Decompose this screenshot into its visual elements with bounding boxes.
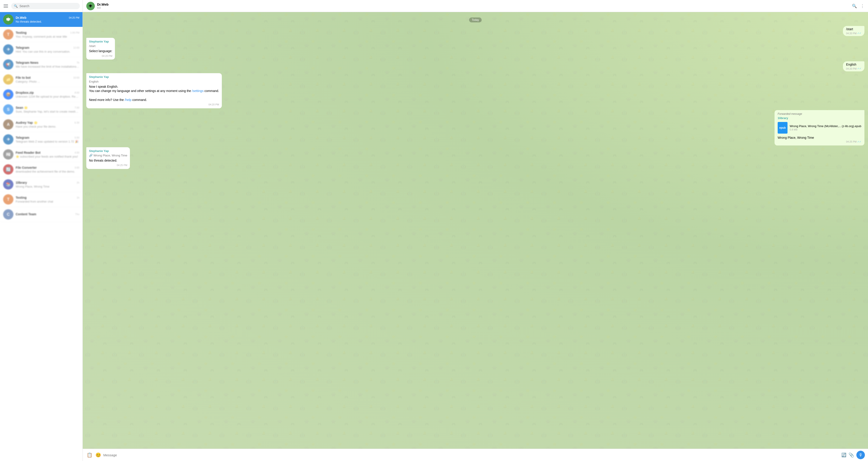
date-divider: Today xyxy=(86,18,864,22)
chat-list-item[interactable]: ✈Telegram12:00Hint: You can use this in … xyxy=(0,42,83,57)
forwarded-from: 1library xyxy=(778,116,861,120)
chat-list-item[interactable]: ✈Telegram5:00Telegram Web Z was updated … xyxy=(0,132,83,147)
avatar: 📚 xyxy=(3,179,13,190)
chat-info: Dropbox.zip8:00Unknown 1234 file upload … xyxy=(16,91,80,98)
sticker-button[interactable]: 📋 xyxy=(86,451,93,459)
avatar: 📢 xyxy=(3,59,13,69)
chat-preview: ⭐ subscribed your feeds are notified tha… xyxy=(16,155,80,158)
message-row: Stephanie Yap /start Select language: 04… xyxy=(86,38,864,60)
chat-preview: Have you check your file demo. xyxy=(16,125,80,128)
voice-message-button[interactable]: 🎙 xyxy=(856,451,865,459)
chat-preview: You: Anyway, comment puts at near title xyxy=(16,35,80,38)
chat-name: Testing xyxy=(16,31,27,34)
bubble-time: 04:20 PM xyxy=(89,103,219,106)
command-ref: 🔗 Wrong Place, Wrong Time xyxy=(89,153,127,157)
avatar: 🔄 xyxy=(3,164,13,175)
chat-name: Telegram News xyxy=(16,61,38,64)
date-badge: Today xyxy=(469,18,482,22)
chat-preview: No threats detected. xyxy=(16,20,80,23)
avatar: C xyxy=(3,209,13,220)
message-row: /start 04:20 PM ✓✓ xyxy=(86,26,864,36)
command-text: Wrong Place, Wrong Time xyxy=(93,153,127,157)
avatar: 📰 xyxy=(3,149,13,160)
chat-header-actions: 🔍 ⋮ xyxy=(852,4,864,8)
chat-list-item[interactable]: 🕷Dr.Web04:25 PMNo threats detected. xyxy=(0,12,83,27)
bubble-time: 04:20 PM xyxy=(89,54,112,58)
hamburger-icon xyxy=(4,4,8,8)
chat-list-item[interactable]: SSean 🌟7:00Sure, Stephanie Yap, let's st… xyxy=(0,102,83,117)
file-attachment: epub Wrong Place, Wrong Time (McAllister… xyxy=(778,121,861,135)
refresh-button[interactable]: 🔄 xyxy=(841,453,846,457)
command-ref: /start xyxy=(89,44,112,48)
bubble-text: Select language: xyxy=(89,49,112,54)
message-input[interactable] xyxy=(103,453,839,457)
chat-info: Dr.Web04:25 PMNo threats detected. xyxy=(16,16,80,23)
avatar: A xyxy=(3,119,13,129)
chat-time: 1:09 PM xyxy=(70,31,80,34)
chat-name: Content Team xyxy=(16,212,36,216)
messages-area: Today /start 04:20 PM ✓✓ Stephanie Yap /… xyxy=(83,12,868,449)
help-link[interactable]: /help xyxy=(125,98,131,102)
chat-list-item[interactable]: 📚1library2hWrong Place, Wrong Time xyxy=(0,177,83,192)
avatar: ✈ xyxy=(3,134,13,145)
chat-time: Thu xyxy=(75,213,80,215)
search-bar: 🔍 xyxy=(11,3,80,9)
chat-time: 7h xyxy=(77,61,80,64)
bubble-sender: Stephanie Yap xyxy=(89,149,127,153)
chat-info: Sean 🌟7:00Sure, Stephanie Yap, let's sta… xyxy=(16,106,80,113)
chat-list-item[interactable]: 📢Telegram News7hWe have increased the li… xyxy=(0,57,83,72)
chat-list-item[interactable]: 📰Feed Reader Bot4:00⭐ subscribed your fe… xyxy=(0,147,83,162)
search-icon: 🔍 xyxy=(14,4,18,8)
chat-list-item[interactable]: 📦Dropbox.zip8:00Unknown 1234 file upload… xyxy=(0,87,83,102)
chat-header-info: Dr.Web bot xyxy=(97,2,850,9)
chat-info: 1library2hWrong Place, Wrong Time xyxy=(16,181,80,188)
bot-avatar: 🕷 xyxy=(86,2,95,10)
chat-preview: Sure, Stephanie Yap, let's start to crea… xyxy=(16,110,80,113)
message-row: Stephanie Yap English Now I speak Englis… xyxy=(86,73,864,108)
avatar: S xyxy=(3,104,13,115)
command-ref: English xyxy=(89,80,219,84)
emoji-button[interactable]: 😊 xyxy=(95,452,101,458)
more-options-button[interactable]: ⋮ xyxy=(860,4,864,8)
search-input[interactable] xyxy=(20,4,77,8)
chat-list-item[interactable]: CContent TeamThu xyxy=(0,207,83,222)
chat-time: 6:30 xyxy=(75,121,80,124)
message-row: Forwarded message 1library epub Wrong Pl… xyxy=(86,110,864,145)
chat-list: 🕷Dr.Web04:25 PMNo threats detected.TTest… xyxy=(0,12,83,461)
bubble-incoming: Stephanie Yap 🔗 Wrong Place, Wrong Time … xyxy=(86,147,130,169)
bubble-time: 04:25 PM ✓✓ xyxy=(778,140,861,143)
time-text: 04:25 PM xyxy=(117,164,127,167)
read-ticks: ✓✓ xyxy=(857,32,861,35)
time-text: 04:20 PM xyxy=(846,67,857,70)
chat-list-item[interactable]: 📁File to bot10:00Category: Photo ... xyxy=(0,72,83,87)
chat-preview: Hint: You can use this in any conversati… xyxy=(16,50,80,53)
chat-info: File to bot10:00Category: Photo ... xyxy=(16,76,80,83)
chat-info: Testing1hForwarded from another chat xyxy=(16,196,80,203)
chat-list-item[interactable]: AAudrey Yap 🌟6:30Have you check your fil… xyxy=(0,117,83,132)
time-text: 04:20 PM xyxy=(209,103,219,106)
chat-list-item[interactable]: TTesting1hForwarded from another chat xyxy=(0,192,83,207)
bubble-outgoing: English 04:20 PM ✓✓ xyxy=(843,61,864,71)
chat-name: Sean 🌟 xyxy=(16,106,28,109)
bubble-incoming: Stephanie Yap /start Select language: 04… xyxy=(86,38,115,60)
chat-preview: We have increased the limit of free inst… xyxy=(16,65,80,68)
input-area: 📋 😊 🔄 📎 🎙 xyxy=(83,449,868,461)
time-text: 04:20 PM xyxy=(102,54,112,58)
chat-name: Telegram xyxy=(16,136,29,139)
settings-link[interactable]: /settings xyxy=(192,89,204,93)
bubble-time: 04:20 PM ✓✓ xyxy=(846,67,861,70)
forwarded-caption: Wrong Place, Wrong Time xyxy=(778,136,861,139)
search-messages-button[interactable]: 🔍 xyxy=(852,4,857,8)
chat-time: 2h xyxy=(77,181,80,184)
chat-list-item[interactable]: TTesting1:09 PMYou: Anyway, comment puts… xyxy=(0,27,83,42)
chat-preview: Wrong Place, Wrong Time xyxy=(16,185,80,188)
attach-button[interactable]: 📎 xyxy=(848,452,854,458)
chat-time: 3:00 xyxy=(75,166,80,169)
chat-time: 5:00 xyxy=(75,136,80,139)
menu-button[interactable] xyxy=(3,4,9,8)
file-name: Wrong Place, Wrong Time (McAllister,... … xyxy=(790,124,861,128)
avatar: 🕷 xyxy=(3,14,13,25)
chat-preview: Unknown 1234 file upload to your dropbox… xyxy=(16,95,80,98)
chat-list-item[interactable]: 🔄File Converter3:00downloaded the achiev… xyxy=(0,162,83,177)
avatar: 📦 xyxy=(3,89,13,99)
